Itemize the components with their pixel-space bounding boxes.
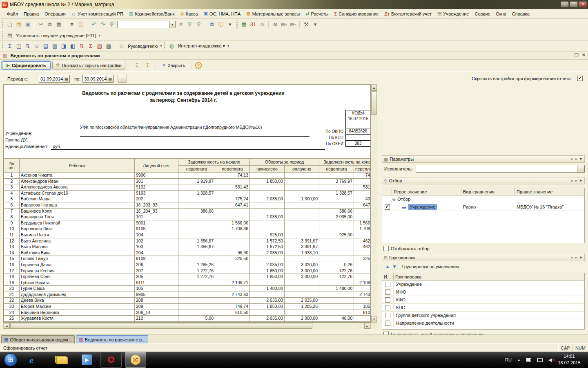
load-settings-icon[interactable]: ↧ <box>143 61 152 70</box>
collapse-section-icon[interactable]: ▼ <box>579 256 583 260</box>
calendar-picker-icon[interactable]: ▦ <box>63 75 70 83</box>
mdi-minimize-button[interactable]: ─ <box>568 52 571 58</box>
collapse-left-icon[interactable]: « <box>571 157 573 161</box>
grouping-row[interactable]: Учреждение <box>382 280 584 288</box>
search-icon[interactable]: ⚲ <box>107 20 116 29</box>
report-t2-icon[interactable]: ⇅ <box>77 42 86 51</box>
opera-taskbar-button[interactable]: O <box>100 352 122 368</box>
grouping-checkbox[interactable] <box>385 313 390 318</box>
menu-item[interactable]: ▦ Материальные запасы <box>243 10 303 18</box>
menu-item[interactable]: Дт Бухгалтерский учет <box>381 10 434 18</box>
account-turnover-icon[interactable]: ▥ <box>50 42 59 51</box>
tree-collapse-icon[interactable]: ⊖ <box>392 197 396 202</box>
show-filter-checkbox[interactable] <box>383 246 389 251</box>
grouping-checkbox[interactable] <box>385 289 390 295</box>
grouping-checkbox[interactable] <box>385 305 390 310</box>
tab-parent-settlements[interactable]: ▥ Ведомость по расчетам с р... <box>76 335 148 343</box>
horizontal-scroll-thumb[interactable] <box>10 323 312 329</box>
period-from-field[interactable]: 01.09.2014 <box>39 75 63 83</box>
collapse-right-icon[interactable]: » <box>575 179 577 183</box>
menu-item[interactable]: ▤ Учреждение <box>434 10 472 18</box>
executor-field[interactable] <box>416 165 577 173</box>
generate-button[interactable]: ▶ Сформировать <box>2 61 51 70</box>
move-up-icon[interactable]: ▲ <box>385 264 390 269</box>
vertical-scroll-thumb[interactable] <box>371 91 377 115</box>
toolbar-grip[interactable] <box>236 20 238 29</box>
grouping-checkbox[interactable] <box>385 282 390 287</box>
redo-icon[interactable]: ↷ <box>98 20 107 29</box>
grouping-section-header[interactable]: ⊞ Группировка «»▼ <box>382 254 585 261</box>
tools-icon[interactable]: ⚒ <box>302 20 311 29</box>
chevron-down-icon[interactable]: ▾ <box>227 44 229 48</box>
save-icon[interactable]: ▣ <box>23 20 32 29</box>
report-t1-icon[interactable]: ◧ <box>68 42 77 51</box>
menu-item[interactable]: Правка <box>21 10 42 18</box>
print-preview-icon[interactable]: ◫ <box>76 20 85 29</box>
window-copy-icon[interactable]: ⧉ <box>207 20 216 29</box>
grouping-row[interactable]: Группа детского учреждения <box>382 312 584 319</box>
language-indicator[interactable]: RU <box>505 357 512 362</box>
menu-item[interactable]: Сервис <box>472 10 493 18</box>
menu-item[interactable]: Σ Санкционирование <box>331 10 381 18</box>
subconto-analysis-icon[interactable]: ☺ <box>32 42 41 51</box>
copy-icon[interactable]: ⧉ <box>45 20 54 29</box>
account-analysis-icon[interactable]: ⇅ <box>23 42 32 51</box>
restore-button[interactable]: ❐ <box>570 1 578 7</box>
scroll-down-icon[interactable]: ▼ <box>371 316 377 322</box>
media-player-icon[interactable]: ▶ <box>82 355 92 365</box>
scroll-up-icon[interactable]: ▲ <box>371 85 377 91</box>
close-button[interactable]: ✕ <box>579 1 587 7</box>
move-down-icon[interactable]: ▼ <box>392 264 397 269</box>
tray-expand-icon[interactable]: ▲ <box>517 358 521 362</box>
1c-taskbar-button[interactable]: 1С <box>125 352 146 368</box>
paste-icon[interactable]: ▦ <box>54 20 63 29</box>
collapse-section-icon[interactable]: ▼ <box>579 179 583 183</box>
search-dropdown-icon[interactable]: ▼ <box>169 21 176 28</box>
collapse-right-icon[interactable]: » <box>575 157 577 161</box>
new-document-icon[interactable]: ▢ <box>5 20 14 29</box>
menu-item[interactable]: ▣ ОС, НМА, НПА <box>200 10 243 18</box>
toolbar-grip[interactable] <box>1 42 4 50</box>
grouping-checkbox[interactable] <box>385 297 390 303</box>
default-groupings-button[interactable]: Группировки по умолчанию <box>402 264 459 269</box>
tab-turnover-balance[interactable]: ▦ Оборотно-сальдовая ведом... <box>1 335 75 343</box>
search-input[interactable] <box>117 21 169 28</box>
action-center-flag-icon[interactable] <box>526 358 531 362</box>
toolbar-grip[interactable] <box>1 31 4 40</box>
menu-item[interactable]: Справка <box>509 10 532 18</box>
toolbar-grip[interactable] <box>163 42 166 50</box>
scroll-left-icon[interactable]: ◄ <box>4 323 10 329</box>
postings-report-icon[interactable]: ▧ <box>95 42 104 51</box>
chevron-down-icon[interactable]: ▾ <box>99 34 100 37</box>
parameters-section-header[interactable]: ▦ Параметры «»▼ <box>382 155 585 163</box>
menu-item[interactable]: ☺ Учет компенсаций РП <box>69 10 126 18</box>
start-button[interactable]: ⊞ <box>4 353 17 366</box>
calendar-icon[interactable]: 31 <box>249 20 258 29</box>
save-settings-icon[interactable]: ↧ <box>133 61 142 70</box>
grouping-row[interactable]: ИФО <box>382 288 584 296</box>
filter-section-header[interactable]: ▽ Отбор «»▼ <box>382 177 585 184</box>
internet-explorer-icon[interactable]: e <box>29 355 33 366</box>
grouping-checkbox[interactable] <box>385 321 390 326</box>
memory-icon[interactable]: M <box>271 20 280 29</box>
chess-sheet-icon[interactable]: ▩ <box>104 42 113 51</box>
grouping-row[interactable]: Направление деятельности <box>382 319 584 327</box>
cut-icon[interactable]: ✂ <box>36 20 45 29</box>
memory-plus-icon[interactable]: M+ <box>280 20 289 29</box>
mdi-close-button[interactable]: ✕ <box>582 52 586 58</box>
set-current-org-button[interactable]: Установить текущее учреждение (F11) <box>16 33 96 38</box>
horizontal-scrollbar[interactable]: ◄ ► <box>3 323 371 329</box>
find-next-icon[interactable]: ⚲ <box>185 20 194 29</box>
grouping-row[interactable]: КПС <box>382 304 584 312</box>
filter-group-row[interactable]: ⊖ Отбор <box>382 195 584 203</box>
find-previous-icon[interactable]: ⚲ <box>194 20 203 29</box>
vertical-scrollbar[interactable]: ▲ ▼ <box>371 84 377 323</box>
collapse-section-icon[interactable]: ▼ <box>579 157 583 161</box>
open-icon[interactable]: ▤ <box>14 20 23 29</box>
info-caret-icon[interactable]: ▾ <box>225 20 234 29</box>
network-icon[interactable] <box>537 358 543 362</box>
menu-item[interactable]: Операции <box>42 10 68 18</box>
close-report-button[interactable]: ✕ Закрыть <box>160 61 188 70</box>
chevron-down-icon[interactable]: ▾ <box>160 44 162 48</box>
period-to-field[interactable]: 30.09.2014 <box>82 75 107 83</box>
